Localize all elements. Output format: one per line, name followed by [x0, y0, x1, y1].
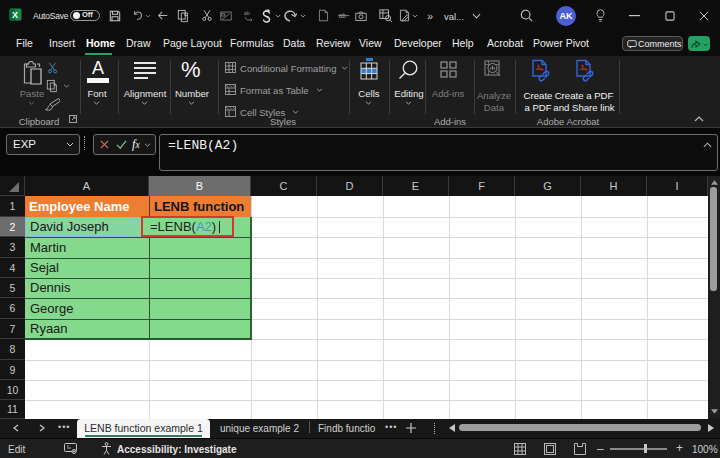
- svg-text:ab: ab: [339, 12, 347, 19]
- svg-text:X: X: [12, 10, 18, 20]
- svg-text:ab: ab: [244, 10, 250, 16]
